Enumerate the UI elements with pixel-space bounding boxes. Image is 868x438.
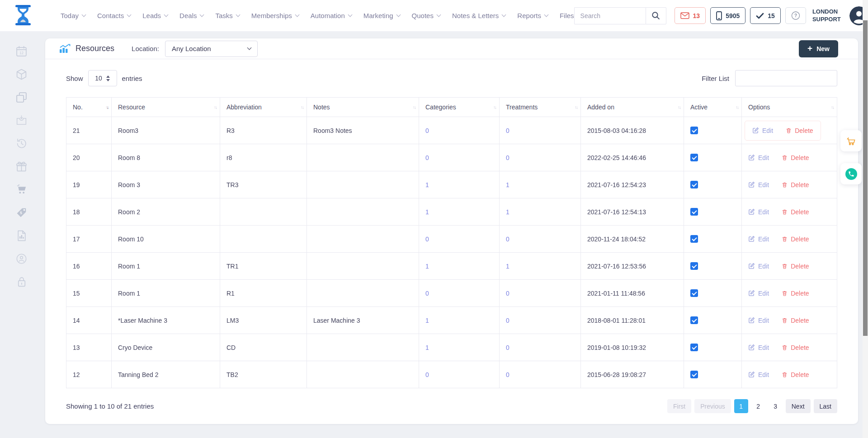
delete-button[interactable]: Delete [782,263,809,270]
page-button-2[interactable]: 2 [751,399,765,413]
edit-button[interactable]: Edit [748,154,769,161]
column-header-options[interactable]: Options ↑↓ [742,98,837,117]
nav-item-memberships[interactable]: Memberships [251,12,299,19]
treatments-link[interactable]: 0 [506,371,509,378]
active-checkbox[interactable] [690,344,698,351]
search-button[interactable] [646,7,666,24]
categories-link[interactable]: 1 [425,317,429,324]
check-badge[interactable]: 15 [750,7,781,24]
edit-button[interactable]: Edit [748,263,769,270]
page-button-3[interactable]: 3 [769,399,783,413]
nav-item-contacts[interactable]: Contacts [97,12,131,19]
column-header-categories[interactable]: Categories ↑↓ [419,98,500,117]
cart-widget-button[interactable] [840,130,862,151]
nav-item-reports[interactable]: Reports [517,12,548,19]
treatments-link[interactable]: 1 [506,181,509,188]
delete-button[interactable]: Delete [786,127,813,134]
treatments-link[interactable]: 0 [506,235,509,243]
nav-item-marketing[interactable]: Marketing [363,12,400,19]
column-header-added-on[interactable]: Added on ↑↓ [581,98,684,117]
categories-link[interactable]: 0 [425,371,429,378]
categories-link[interactable]: 0 [425,235,429,243]
treatments-link[interactable]: 1 [506,263,509,270]
filter-input[interactable] [735,70,837,86]
active-checkbox[interactable] [690,371,698,378]
edit-button[interactable]: Edit [752,127,773,134]
delete-button[interactable]: Delete [782,208,809,216]
account-icon[interactable] [15,253,28,265]
nav-item-quotes[interactable]: Quotes [412,12,440,19]
active-checkbox[interactable] [690,316,698,324]
app-logo[interactable] [14,5,33,27]
categories-link[interactable]: 1 [425,344,429,351]
treatments-link[interactable]: 0 [506,127,509,134]
treatments-link[interactable]: 0 [506,154,509,161]
column-header-treatments[interactable]: Treatments ↑↓ [500,98,581,117]
mail-badge[interactable]: 13 [675,7,706,24]
treatments-link[interactable]: 1 [506,208,509,216]
active-checkbox[interactable] [690,262,698,270]
categories-link[interactable]: 0 [425,290,429,297]
delete-button[interactable]: Delete [782,181,809,188]
page-length-select[interactable]: 10 [88,70,117,86]
active-checkbox[interactable] [690,235,698,243]
lock-icon[interactable] [16,276,28,288]
delete-button[interactable]: Delete [782,371,809,378]
delete-button[interactable]: Delete [782,235,809,243]
column-header-notes[interactable]: Notes ↑↓ [307,98,419,117]
edit-button[interactable]: Edit [748,344,769,351]
help-badge[interactable]: ? [785,7,806,24]
edit-button[interactable]: Edit [748,181,769,188]
active-checkbox[interactable] [690,181,698,188]
treatments-link[interactable]: 0 [506,290,509,297]
nav-item-automation[interactable]: Automation [311,12,352,19]
report-icon[interactable] [16,230,28,242]
edit-button[interactable]: Edit [748,317,769,324]
categories-link[interactable]: 1 [425,181,429,188]
nav-item-deals[interactable]: Deals [179,12,203,19]
pagination-last[interactable]: Last [814,399,837,413]
page-button-1[interactable]: 1 [734,399,748,413]
column-header-resource[interactable]: Resource ↑↓ [112,98,220,117]
price-tag-icon[interactable]: $ [15,207,28,219]
delete-button[interactable]: Delete [782,344,809,351]
treatments-link[interactable]: 0 [506,344,509,351]
treatments-link[interactable]: 0 [506,317,509,324]
gift-icon[interactable] [15,160,28,173]
pagination-next[interactable]: Next [786,399,811,413]
delete-button[interactable]: Delete [782,317,809,324]
edit-button[interactable]: Edit [748,290,769,297]
nav-item-notes-letters[interactable]: Notes & Letters [452,12,505,19]
categories-link[interactable]: 1 [425,263,429,270]
history-icon[interactable] [15,137,28,150]
delete-button[interactable]: Delete [782,154,809,161]
location-select[interactable]: Any Location [165,41,258,57]
edit-button[interactable]: Edit [748,235,769,243]
nav-item-today[interactable]: Today [61,12,85,19]
categories-link[interactable]: 0 [425,154,429,161]
column-header-no[interactable]: No. ↑↓ [66,98,112,117]
active-checkbox[interactable] [690,289,698,297]
search-input[interactable] [574,7,646,24]
active-checkbox[interactable] [690,208,698,216]
nav-item-leads[interactable]: Leads [142,12,168,19]
edit-button[interactable]: Edit [748,371,769,378]
active-checkbox[interactable] [690,127,698,134]
nav-item-tasks[interactable]: Tasks [215,12,239,19]
pagination-first[interactable]: First [667,399,691,413]
delete-button[interactable]: Delete [782,290,809,297]
phone-badge[interactable]: 5905 [710,7,745,24]
phone-widget-button[interactable] [840,163,862,184]
categories-link[interactable]: 0 [425,127,429,134]
inbox-bag-icon[interactable] [15,114,28,127]
nav-item-files[interactable]: Files [560,12,574,19]
active-checkbox[interactable] [690,154,698,161]
package-icon[interactable] [15,68,28,80]
column-header-active[interactable]: Active ↑↓ [684,98,742,117]
cart-icon[interactable] [15,184,28,196]
categories-link[interactable]: 1 [425,208,429,216]
column-header-abbreviation[interactable]: Abbreviation ↑↓ [220,98,307,117]
copy-icon[interactable] [15,91,28,104]
edit-button[interactable]: Edit [748,208,769,216]
scrollbar-thumb[interactable] [863,20,868,336]
